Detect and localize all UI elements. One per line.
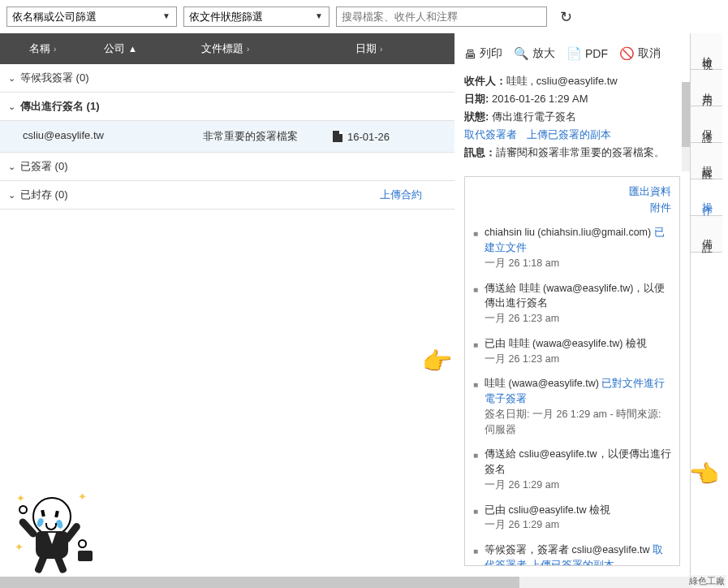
- upload-signed-copy-link[interactable]: 上傳已簽署的副本: [527, 126, 611, 144]
- document-icon: [333, 131, 342, 142]
- crying-character-sticker: ✦✦✦: [15, 489, 96, 570]
- zoom-button[interactable]: 🔍放大: [514, 46, 555, 61]
- cancel-icon: 🚫: [619, 46, 635, 61]
- history-panel: 匯出資料 附件 ■chiahsin liu (chiahsin.liu@gmai…: [464, 176, 680, 566]
- history-item: ■chiahsin liu (chiahsin.liu@gmail.com) 已…: [473, 220, 671, 275]
- detail-scrollbar[interactable]: [682, 82, 690, 171]
- search-input[interactable]: [336, 6, 547, 27]
- side-tab-protect[interactable]: 保護: [691, 106, 722, 143]
- th-date[interactable]: 日期 ›: [331, 41, 429, 56]
- filter-name-company-select[interactable]: 依名稱或公司篩選: [6, 6, 177, 27]
- replace-signer-link[interactable]: 取代簽署者: [464, 126, 517, 144]
- horizontal-scrollbar[interactable]: [0, 577, 692, 588]
- print-button[interactable]: 🖶列印: [464, 46, 502, 61]
- th-name[interactable]: 名稱 ›: [6, 41, 104, 56]
- detail-info: 收件人：哇哇 , csliu@easylife.tw 日期: 2016-01-2…: [464, 69, 680, 165]
- side-tab-actions[interactable]: 操作: [691, 179, 722, 216]
- document-row[interactable]: csliu@easylife.tw 非常重要的簽署檔案 16-01-26: [0, 121, 454, 153]
- row-date: 16-01-26: [333, 129, 390, 144]
- pdf-button[interactable]: 📄PDF: [566, 46, 608, 61]
- row-email: csliu@easylife.tw: [8, 129, 203, 144]
- table-header: 名稱 › 公司 ▲ 文件標題 › 日期 ›: [0, 33, 454, 64]
- export-data-link[interactable]: 匯出資料: [473, 184, 671, 200]
- history-item: ■已由 哇哇 (wawa@easylife.tw) 檢視一月 26 1:23 a…: [473, 331, 671, 372]
- group-waiting-me[interactable]: 等候我簽署 (0): [0, 64, 454, 93]
- cancel-button[interactable]: 🚫取消: [619, 46, 661, 61]
- watermark: 綠色工廠: [687, 575, 726, 587]
- group-sent-out[interactable]: 傳出進行簽名 (1): [0, 93, 454, 121]
- pointing-hand-icon: 👉: [422, 347, 452, 375]
- refresh-icon[interactable]: ↻: [560, 8, 572, 26]
- side-tab-share[interactable]: 共用: [691, 70, 722, 106]
- filter-status-select[interactable]: 依文件狀態篩選: [183, 6, 330, 27]
- group-archived[interactable]: 已封存 (0)上傳合約: [0, 181, 454, 210]
- history-item: ■已由 csliu@easylife.tw 檢視一月 26 1:29 am: [473, 498, 671, 538]
- history-item: ■傳送給 csliu@easylife.tw，以便傳出進行簽名一月 26 1:2…: [473, 442, 671, 497]
- group-signed[interactable]: 已簽署 (0): [0, 153, 454, 181]
- history-item: ■等候簽署，簽署者 csliu@easylife.tw 取代簽署者 上傳已簽署的…: [473, 538, 671, 566]
- history-item: ■哇哇 (wawa@easylife.tw) 已對文件進行電子簽署簽名日期: 一…: [473, 371, 671, 442]
- attachments-link[interactable]: 附件: [473, 200, 671, 216]
- upload-contract-link[interactable]: 上傳合約: [68, 188, 447, 202]
- print-icon: 🖶: [464, 47, 476, 61]
- side-tab-remind[interactable]: 提醒: [691, 143, 722, 179]
- history-item: ■傳送給 哇哇 (wawa@easylife.tw)，以便傳出進行簽名一月 26…: [473, 276, 671, 331]
- pdf-icon: 📄: [566, 46, 582, 61]
- th-title[interactable]: 文件標題 ›: [201, 41, 331, 56]
- th-company[interactable]: 公司 ▲: [104, 41, 201, 56]
- side-tab-view[interactable]: 檢視: [691, 33, 722, 70]
- side-tab-notes[interactable]: 備註: [691, 216, 722, 253]
- pointing-hand-icon: 👉: [690, 460, 720, 488]
- zoom-icon: 🔍: [514, 46, 529, 61]
- row-title: 非常重要的簽署檔案: [203, 129, 333, 144]
